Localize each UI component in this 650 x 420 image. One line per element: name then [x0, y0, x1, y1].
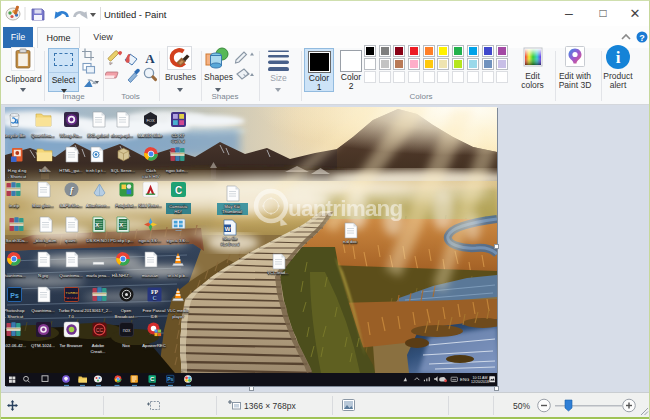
svg-text:cheap-spi...: cheap-spi...	[111, 133, 133, 138]
svg-text:20130617_2...: 20130617_2...	[84, 308, 111, 313]
svg-text:FstajaSat...: FstajaSat...	[115, 203, 137, 208]
svg-text:Cách: Cách	[146, 168, 157, 173]
svg-text:Kidd Enter...: Kidd Enter...	[138, 203, 161, 208]
svg-text:10:11 AM: 10:11 AM	[473, 376, 488, 380]
svg-text:QTM-1024...: QTM-1024...	[31, 343, 55, 348]
svg-text:HTML_gui...: HTML_gui...	[59, 168, 82, 173]
svg-text:H.ng d.ng: H.ng d.ng	[8, 168, 27, 173]
svg-text:- Shortcut: - Shortcut	[8, 174, 27, 179]
svg-text:ENG: ENG	[460, 377, 469, 382]
svg-text:Turbo Pascal: Turbo Pascal	[58, 308, 83, 313]
svg-text:Quantrima...: Quantrima...	[59, 273, 83, 278]
svg-text:Sách: Sách	[39, 168, 49, 173]
svg-text:Tor Browser: Tor Browser	[60, 343, 83, 348]
svg-text:SQL Serve...: SQL Serve...	[111, 168, 135, 173]
svg-text:MAGIX Slide: MAGIX Slide	[138, 133, 163, 138]
svg-text:nox: nox	[123, 328, 131, 333]
svg-text:Máy Kái: Máy Kái	[224, 204, 240, 209]
svg-text:Thumbnail: Thumbnail	[222, 209, 242, 214]
svg-text:Wincg-Ra...: Wincg-Ra...	[60, 133, 82, 138]
svg-text:A: A	[145, 51, 155, 66]
svg-text:i: i	[616, 48, 621, 67]
svg-text:N.jpg: N.jpg	[38, 273, 49, 278]
svg-text:?: ?	[639, 33, 645, 43]
svg-text:Mau giao...: Mau giao...	[32, 203, 53, 208]
svg-text:IDE: IDE	[150, 314, 157, 319]
svg-text:ApowerREC: ApowerREC	[142, 343, 166, 348]
svg-text:C: C	[150, 376, 155, 382]
svg-text:Nox: Nox	[122, 343, 130, 348]
svg-text:- Shortcut: - Shortcut	[5, 314, 24, 319]
svg-text:So.xh3Da...: So.xh3Da...	[6, 238, 28, 243]
svg-text:EX5-gclxml: EX5-gclxml	[87, 133, 109, 138]
svg-text:Open: Open	[121, 308, 132, 313]
svg-text:Attachmen...: Attachmen...	[86, 203, 110, 208]
svg-text:7.0: 7.0	[68, 314, 75, 319]
svg-text:Ps: Ps	[167, 376, 173, 382]
svg-text:DS.KH.NO.I: DS.KH.NO.I	[86, 238, 109, 243]
svg-text:te.chl.p.b...: te.chl.p.b...	[167, 273, 188, 278]
svg-text:Quantrima...: Quantrima...	[31, 308, 55, 313]
svg-text:Kat Dowd: Kat Dowd	[221, 242, 240, 247]
svg-text:PD.xếp l.p...: PD.xếp l.p...	[110, 238, 133, 243]
svg-text:Broadcast...: Broadcast...	[115, 314, 138, 319]
svg-text:_block_dum: _block_dum	[32, 238, 57, 243]
svg-text:Hỗ-NHỮ...: Hỗ-NHỮ...	[112, 273, 132, 278]
svg-text:Creati...: Creati...	[90, 349, 105, 354]
svg-text:Quantrima...: Quantrima...	[5, 273, 26, 278]
svg-text:player: player	[172, 314, 184, 319]
svg-text:SAFleSha...: SAFleSha...	[60, 203, 83, 208]
svg-text:ngoc kiến...: ngoc kiến...	[166, 168, 188, 173]
svg-text:CtrlS-d: CtrlS-d	[171, 139, 185, 144]
svg-text:FOX: FOX	[146, 118, 155, 123]
svg-text:ego-a 3.Đ...: ego-a 3.Đ...	[167, 238, 189, 243]
svg-text:C: C	[152, 295, 156, 301]
svg-text:Recycle Bin: Recycle Bin	[5, 133, 26, 138]
svg-text:tr.nh l.p t...: tr.nh l.p t...	[86, 168, 106, 173]
svg-text:marla jena...: marla jena...	[86, 273, 110, 278]
svg-text:8-02-06-42...: 8-02-06-42...	[5, 343, 26, 348]
svg-text:TURBO: TURBO	[65, 291, 78, 295]
svg-text:C: C	[175, 185, 182, 196]
svg-text:12/20/2018: 12/20/2018	[471, 380, 489, 384]
svg-text:VCL-lead...: VCL-lead...	[267, 270, 289, 275]
svg-text:Camtasia: Camtasia	[169, 204, 188, 209]
svg-text:HD!: HD!	[174, 209, 181, 214]
svg-text:Quantrima...: Quantrima...	[31, 133, 55, 138]
svg-text:quant.: quant.	[65, 238, 77, 243]
svg-text:Nho file: Nho file	[223, 236, 238, 241]
svg-text:Free Pascal: Free Pascal	[143, 308, 166, 313]
svg-text:PASCAL: PASCAL	[64, 296, 80, 300]
svg-text:uantrimang: uantrimang	[288, 196, 403, 221]
svg-text:Photoshop: Photoshop	[5, 308, 25, 313]
svg-text:CD X7: CD X7	[172, 133, 185, 138]
svg-text:n.d doc: n.d doc	[343, 239, 358, 244]
svg-text:le.zip: le.zip	[9, 203, 20, 208]
svg-text:matusan: matusan	[142, 273, 159, 278]
svg-text:VLC media: VLC media	[167, 308, 189, 313]
svg-text:ngo-a 3.Đ...: ngo-a 3.Đ...	[139, 238, 161, 243]
svg-text:Adobe: Adobe	[92, 343, 105, 348]
svg-text:cách HIV: cách HIV	[142, 174, 160, 179]
svg-text:CC: CC	[96, 327, 104, 333]
